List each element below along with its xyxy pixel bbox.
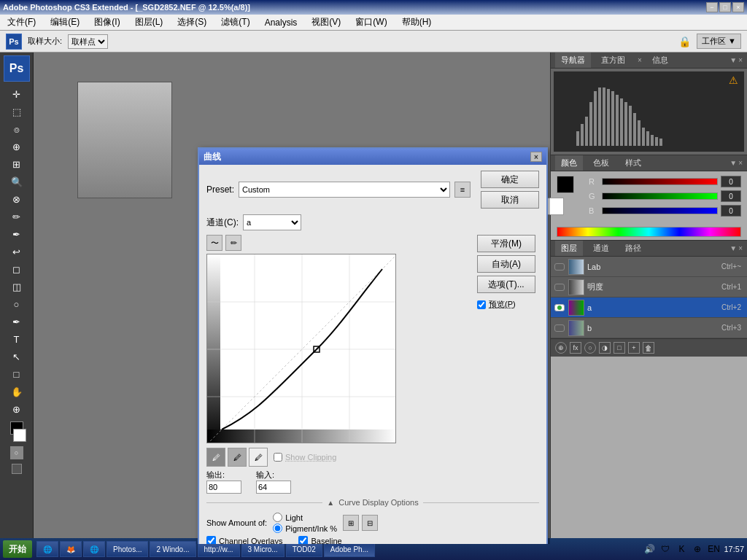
light-radio[interactable] bbox=[273, 513, 282, 522]
layers-panel-close-button[interactable]: × bbox=[738, 244, 743, 252]
gray-point-eyedropper[interactable]: 🖉 bbox=[228, 448, 247, 467]
menu-view[interactable]: 视图(V) bbox=[307, 15, 345, 30]
tab-color[interactable]: 颜色 bbox=[555, 155, 583, 171]
eraser-tool[interactable]: ◻ bbox=[9, 261, 25, 277]
sample-size-select[interactable]: 取样点 bbox=[68, 34, 108, 49]
delete-layer-button[interactable]: 🗑 bbox=[643, 342, 654, 354]
color-panel-collapse-button[interactable]: ▼ bbox=[729, 159, 737, 167]
eyedropper-tool[interactable]: 🔍 bbox=[9, 174, 25, 190]
menu-select[interactable]: 选择(S) bbox=[173, 15, 211, 30]
hand-tool[interactable]: ✋ bbox=[9, 384, 25, 400]
move-tool[interactable]: ✛ bbox=[9, 86, 25, 102]
taskbar-button-0[interactable]: 🌐 bbox=[36, 541, 58, 557]
tab-swatches[interactable]: 色板 bbox=[587, 155, 615, 171]
dodge-tool[interactable]: ○ bbox=[9, 296, 25, 312]
layer-fx-button[interactable]: fx bbox=[570, 342, 581, 354]
standard-screen-mode[interactable] bbox=[12, 464, 22, 474]
menu-image[interactable]: 图像(I) bbox=[90, 15, 124, 30]
maximize-button[interactable]: □ bbox=[719, 2, 731, 12]
color-panel-close-button[interactable]: × bbox=[738, 159, 743, 167]
foreground-swatch[interactable] bbox=[557, 176, 574, 193]
window-controls[interactable]: − □ × bbox=[706, 2, 744, 12]
channel-overlays-checkbox[interactable] bbox=[206, 536, 216, 544]
new-group-button[interactable]: □ bbox=[614, 342, 625, 354]
blue-slider[interactable] bbox=[602, 207, 718, 214]
curves-close-button[interactable]: × bbox=[530, 152, 542, 162]
green-slider[interactable] bbox=[602, 192, 718, 200]
curve-mode-button[interactable]: 〜 bbox=[206, 235, 222, 251]
white-point-eyedropper[interactable]: 🖉 bbox=[249, 448, 268, 467]
menu-edit[interactable]: 编辑(E) bbox=[46, 15, 84, 30]
healing-brush-tool[interactable]: ⊗ bbox=[9, 191, 25, 207]
path-select-tool[interactable]: ↖ bbox=[9, 349, 25, 365]
background-swatch[interactable] bbox=[546, 198, 564, 215]
options-button[interactable]: 选项(T)... bbox=[477, 276, 535, 293]
taskbar-button-4[interactable]: 2 Windo... bbox=[150, 541, 196, 557]
taskbar-button-1[interactable]: 🦊 bbox=[60, 541, 82, 557]
pen-tool[interactable]: ✒ bbox=[9, 314, 25, 330]
layer-visibility-toggle[interactable] bbox=[554, 281, 565, 293]
panel-close-button[interactable]: × bbox=[738, 56, 743, 64]
layer-visibility-toggle[interactable] bbox=[554, 322, 565, 334]
baseline-checkbox[interactable] bbox=[298, 536, 308, 544]
menu-layer[interactable]: 图层(L) bbox=[131, 15, 168, 30]
channel-select[interactable]: a b Lab 明度 bbox=[243, 214, 301, 230]
preview-checkbox[interactable] bbox=[477, 300, 486, 309]
start-button[interactable]: 开始 bbox=[3, 540, 32, 558]
menu-analysis[interactable]: Analysis bbox=[260, 16, 302, 29]
taskbar-button-3[interactable]: Photos... bbox=[107, 541, 148, 557]
black-point-eyedropper[interactable]: 🖉 bbox=[206, 448, 225, 467]
layer-row[interactable]: a Ctrl+2 bbox=[551, 298, 747, 318]
layer-row[interactable]: b Ctrl+3 bbox=[551, 318, 747, 338]
layers-panel-collapse-button[interactable]: ▼ bbox=[729, 244, 737, 252]
baseline-label[interactable]: Baseline bbox=[298, 536, 341, 544]
layer-link-button[interactable]: ⊕ bbox=[555, 342, 567, 354]
preset-options-button[interactable]: ≡ bbox=[454, 182, 471, 198]
ok-button[interactable]: 确定 bbox=[481, 171, 539, 188]
brush-tool[interactable]: ✏ bbox=[9, 209, 25, 225]
clone-stamp-tool[interactable]: ✒ bbox=[9, 226, 25, 242]
lasso-tool[interactable]: ⌾ bbox=[9, 121, 25, 137]
layer-visibility-toggle[interactable] bbox=[554, 302, 565, 314]
marquee-tool[interactable]: ⬚ bbox=[9, 104, 25, 120]
new-layer-button[interactable]: + bbox=[628, 342, 640, 354]
quick-mask-mode[interactable]: ○ bbox=[10, 446, 23, 459]
smooth-button[interactable]: 平滑(M) bbox=[477, 235, 535, 252]
panel-collapse-button[interactable]: ▼ bbox=[729, 56, 737, 64]
show-clipping-checkbox[interactable] bbox=[274, 453, 282, 462]
tab-layers[interactable]: 图层 bbox=[555, 241, 583, 256]
shape-tool[interactable]: □ bbox=[9, 366, 25, 382]
zoom-tool[interactable]: ⊕ bbox=[9, 401, 25, 417]
layer-mask-button[interactable]: ○ bbox=[584, 342, 596, 354]
tab-info[interactable]: 信息 bbox=[646, 52, 674, 68]
minimize-button[interactable]: − bbox=[706, 2, 718, 12]
taskbar-button-2[interactable]: 🌐 bbox=[83, 541, 105, 557]
pigment-radio-label[interactable]: Pigment/Ink % bbox=[273, 524, 337, 533]
tab-histogram[interactable]: 直方图 bbox=[595, 52, 631, 68]
channel-overlays-label[interactable]: Channel Overlays bbox=[206, 536, 282, 544]
color-spectrum-bar[interactable] bbox=[557, 227, 741, 237]
layer-row[interactable]: Lab Ctrl+~ bbox=[551, 257, 747, 277]
curves-canvas[interactable] bbox=[206, 254, 396, 443]
red-slider[interactable] bbox=[602, 178, 718, 185]
menu-file[interactable]: 文件(F) bbox=[3, 15, 40, 30]
preset-select[interactable]: Custom bbox=[239, 182, 450, 198]
grid-4x4-button[interactable]: ⊞ bbox=[343, 515, 359, 531]
grid-10x10-button[interactable]: ⊟ bbox=[362, 515, 378, 531]
close-button[interactable]: × bbox=[732, 2, 744, 12]
layer-visibility-toggle[interactable] bbox=[554, 261, 565, 273]
quick-select-tool[interactable]: ⊕ bbox=[9, 139, 25, 155]
workspace-selector[interactable]: 工作区 ▼ bbox=[697, 34, 741, 49]
crop-tool[interactable]: ⊞ bbox=[9, 156, 25, 172]
tab-styles[interactable]: 样式 bbox=[619, 155, 647, 171]
output-value-input[interactable]: 80 bbox=[206, 481, 241, 494]
auto-button[interactable]: 自动(A) bbox=[477, 255, 535, 273]
light-radio-label[interactable]: Light bbox=[273, 513, 337, 522]
cancel-button[interactable]: 取消 bbox=[481, 191, 539, 209]
menu-window[interactable]: 窗口(W) bbox=[351, 15, 391, 30]
background-color[interactable] bbox=[13, 429, 26, 442]
layer-row[interactable]: 明度 Ctrl+1 bbox=[551, 277, 747, 298]
input-value-input[interactable]: 64 bbox=[256, 481, 291, 494]
tab-paths[interactable]: 路径 bbox=[619, 241, 647, 256]
menu-help[interactable]: 帮助(H) bbox=[398, 15, 436, 30]
